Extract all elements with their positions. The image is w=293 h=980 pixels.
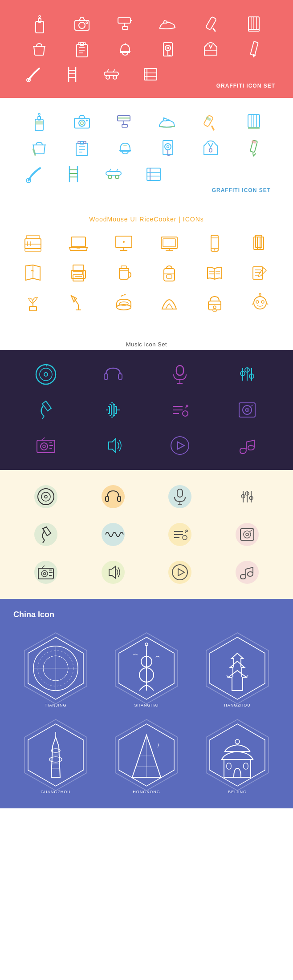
svg-rect-71: [84, 141, 86, 144]
svg-line-223: [43, 540, 45, 543]
ricecooker-row-1: [13, 232, 280, 255]
music-light-row-1: [18, 481, 275, 512]
svg-point-37: [106, 76, 110, 79]
router-icon: [21, 232, 45, 255]
svg-point-197: [247, 410, 248, 411]
svg-marker-243: [178, 569, 184, 576]
svg-point-210: [41, 492, 50, 501]
beijing-icon: BEIJING: [195, 715, 280, 795]
svg-rect-16: [248, 29, 259, 31]
svg-text:HANGZHOU: HANGZHOU: [224, 703, 251, 707]
svg-point-5: [79, 22, 85, 28]
playlist-icon-dark: [167, 397, 193, 423]
music-light-row-2: [18, 519, 275, 550]
vinyl-icon-dark: [33, 361, 59, 388]
music-section-label: Music Icon Set: [126, 341, 167, 348]
svg-point-27: [167, 47, 169, 49]
svg-rect-7: [118, 18, 130, 23]
svg-text:TIANJING: TIANJING: [45, 703, 66, 707]
printer-icon: [67, 261, 90, 285]
brush-set-icon-dark: [243, 13, 265, 35]
svg-rect-285: [244, 763, 248, 769]
ladder-icon-light: [62, 163, 85, 185]
svg-rect-100: [77, 248, 80, 249]
svg-rect-106: [163, 239, 175, 247]
wave-light-icon: [98, 519, 129, 550]
svg-line-198: [251, 405, 253, 406]
tianjing-icon: TIANJING: [13, 628, 98, 708]
svg-point-201: [43, 445, 45, 448]
hoodie-icon-dark: [200, 38, 221, 60]
svg-rect-41: [144, 68, 157, 80]
sound-wave-icon-dark: [100, 397, 126, 423]
spray-can-icon-light: [28, 111, 50, 133]
svg-point-38: [113, 76, 117, 79]
music-dark-row-1: [18, 361, 275, 388]
svg-point-156: [40, 368, 52, 381]
svg-point-112: [214, 249, 216, 251]
desk-lamp-icon: [67, 291, 90, 314]
graffiti-dark-section: GRAFFITI ICON SET: [0, 0, 293, 98]
svg-point-74: [167, 146, 169, 148]
radio-icon-dark: [33, 432, 59, 459]
svg-rect-23: [84, 43, 85, 44]
svg-text:GUANGZHOU: GUANGZHOU: [41, 790, 71, 794]
book-icon-light: [142, 163, 165, 185]
svg-point-148: [254, 297, 266, 309]
svg-marker-206: [109, 438, 116, 453]
svg-rect-161: [176, 365, 183, 375]
svg-point-150: [261, 301, 264, 303]
hongkong-icon: HONGKONG: [104, 715, 188, 795]
helmet-icon-dark: [114, 38, 136, 60]
music-dark-row-3: [18, 432, 275, 459]
svg-point-200: [41, 443, 48, 450]
hoodie-icon-light: [199, 137, 222, 159]
svg-point-207: [171, 437, 189, 454]
headphones-light-icon: [98, 481, 129, 512]
skateboard-icon-dark: [101, 63, 122, 84]
play-icon-dark: [167, 432, 193, 459]
svg-rect-84: [106, 172, 121, 175]
mic2-icon-dark: [33, 397, 59, 423]
guangzhou-icon: GUANGZHOU: [13, 715, 98, 795]
svg-point-229: [186, 530, 187, 532]
svg-rect-55: [118, 117, 130, 119]
graffiti-dark-row-3: [18, 63, 275, 84]
svg-rect-70: [78, 141, 80, 144]
svg-rect-75: [209, 149, 212, 152]
record-light-icon: [232, 519, 263, 550]
map-icon: [21, 261, 45, 285]
baseball-bat-icon-light: [22, 163, 45, 185]
woodmouse-header: WoodMouse UI RiceCooker | ICONs: [13, 216, 280, 223]
svg-point-235: [41, 570, 48, 577]
rock-icon: [158, 291, 181, 314]
graffiti-dark-row-1: [18, 13, 275, 35]
svg-text:BEIJING: BEIJING: [228, 790, 247, 794]
headphones-icon-dark: [100, 361, 126, 388]
svg-point-211: [45, 495, 47, 498]
helmet-icon-light: [114, 137, 136, 159]
svg-point-123: [82, 272, 84, 274]
svg-rect-97: [27, 235, 39, 239]
graffiti-dark-row-2: [18, 38, 275, 60]
svg-line-233: [250, 530, 252, 531]
svg-text:HONGKONG: HONGKONG: [133, 790, 160, 794]
svg-rect-58: [203, 115, 213, 127]
graffiti-light-row-1: [18, 111, 275, 133]
play-light-icon: [164, 557, 195, 588]
svg-rect-160: [118, 374, 122, 380]
music-dark-section: [0, 350, 293, 470]
ladder-icon-dark: [61, 63, 83, 84]
svg-marker-241: [109, 566, 115, 578]
svg-point-232: [246, 533, 248, 536]
toilet-paper-icon-dark: [157, 38, 179, 60]
marker-icon-dark: [200, 13, 221, 35]
brush-set-icon-light: [243, 111, 265, 133]
music-light-section: [0, 470, 293, 599]
svg-point-53: [86, 120, 88, 121]
skateboard-icon-light: [102, 163, 125, 185]
svg-point-227: [183, 535, 187, 540]
svg-rect-89: [147, 168, 160, 181]
kettle-icon: [112, 261, 135, 285]
svg-point-146: [213, 306, 216, 309]
